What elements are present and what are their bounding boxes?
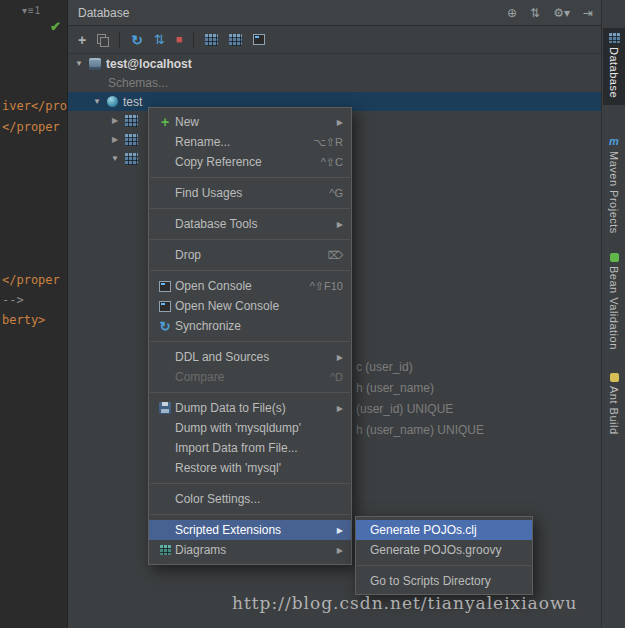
menu-item-label: DDL and Sources: [175, 350, 327, 364]
tree-node-datasource[interactable]: ▼ test@localhost: [68, 54, 601, 73]
menu-item-label: Rename...: [175, 135, 299, 149]
menu-item-label: Synchronize: [175, 319, 343, 333]
menu-item-scripted-extensions[interactable]: Scripted Extensions ▶: [149, 520, 351, 540]
menu-item-drop[interactable]: Drop ⌦: [149, 245, 351, 265]
menu-item-shortcut: ⌦: [327, 249, 343, 262]
gear-menu-icon[interactable]: ⚙▾: [553, 6, 570, 20]
schema-icon: [107, 96, 118, 107]
menu-item-label: Open New Console: [175, 299, 343, 313]
menu-item-shortcut: ^⇧C: [321, 156, 343, 169]
submenu-arrow-icon: ▶: [333, 353, 343, 362]
menu-item-shortcut: ⌥⇧R: [313, 136, 343, 149]
toolbar-separator: [193, 32, 194, 48]
collapse-arrow-icon[interactable]: ▶: [110, 116, 120, 125]
console-icon: [159, 301, 171, 312]
code-line: </proper: [2, 120, 60, 134]
scripted-extensions-submenu: Generate POJOs.clj Generate POJOs.groovy…: [355, 516, 533, 595]
menu-item-import-data-from-file[interactable]: Import Data from File...: [149, 438, 351, 458]
console-icon: [159, 281, 171, 292]
table-icon: [125, 153, 138, 165]
expand-arrow-icon[interactable]: ▼: [92, 97, 102, 106]
expand-arrow-icon[interactable]: ▼: [74, 59, 84, 68]
menu-item-label: Copy Reference: [175, 155, 307, 169]
hide-panel-icon[interactable]: ⇥: [583, 6, 593, 20]
menu-item-label: Dump Data to File(s): [175, 401, 327, 415]
menu-item-restore-with-mysql[interactable]: Restore with 'mysql': [149, 458, 351, 478]
tool-window-bar: Database m Maven Projects Bean Validatio…: [601, 0, 625, 628]
menu-item-shortcut: ^G: [329, 187, 343, 199]
menu-item-label: Restore with 'mysql': [175, 461, 343, 475]
editor-fold-controls[interactable]: ▾≡1: [22, 5, 41, 16]
submenu-item-generate-pojos-clj[interactable]: Generate POJOs.clj: [356, 520, 532, 540]
menu-item-label: Import Data from File...: [175, 441, 343, 455]
menu-separator: [150, 239, 350, 240]
tree-node-label: test: [123, 95, 142, 109]
tree-node-index-fragment[interactable]: h (user_name): [356, 381, 434, 395]
tab-label: Database: [608, 47, 620, 98]
ant-build-icon: [610, 373, 619, 382]
tab-database[interactable]: Database: [603, 28, 625, 105]
menu-item-open-console[interactable]: Open Console ^⇧F10: [149, 276, 351, 296]
menu-item-database-tools[interactable]: Database Tools ▶: [149, 214, 351, 234]
panel-title: Database: [78, 6, 507, 20]
database-tab-icon: [609, 33, 620, 43]
tab-bean-validation[interactable]: Bean Validation: [603, 248, 625, 357]
table-view-icon[interactable]: [205, 34, 218, 46]
tree-node-index-fragment[interactable]: c (user_id): [356, 360, 413, 374]
table-icon: [125, 134, 138, 146]
menu-item-dump-data-to-files[interactable]: Dump Data to File(s) ▶: [149, 398, 351, 418]
expand-arrow-icon[interactable]: ▼: [110, 154, 120, 163]
menu-item-color-settings[interactable]: Color Settings...: [149, 489, 351, 509]
menu-item-label: Database Tools: [175, 217, 327, 231]
synchronize-icon[interactable]: ↻: [131, 33, 143, 47]
submit-changes-icon[interactable]: ⇅: [154, 33, 165, 46]
menu-item-open-new-console[interactable]: Open New Console: [149, 296, 351, 316]
menu-separator: [150, 270, 350, 271]
code-line: berty>: [2, 313, 45, 327]
scroll-from-source-icon[interactable]: ⇅: [530, 6, 540, 20]
menu-item-label: Drop: [175, 248, 313, 262]
menu-separator: [150, 483, 350, 484]
tab-ant-build[interactable]: Ant Build: [603, 368, 625, 442]
menu-item-ddl-and-sources[interactable]: DDL and Sources ▶: [149, 347, 351, 367]
menu-item-label: New: [175, 115, 327, 129]
submenu-arrow-icon: ▶: [333, 118, 343, 127]
stop-icon[interactable]: ■: [176, 34, 183, 45]
tab-maven-projects[interactable]: m Maven Projects: [603, 130, 625, 241]
diagram-icon: [160, 545, 171, 555]
tree-node-index-fragment[interactable]: h (user_name) UNIQUE: [356, 423, 484, 437]
tree-node-schemas[interactable]: Schemas...: [68, 73, 601, 92]
menu-item-copy-reference[interactable]: Copy Reference ^⇧C: [149, 152, 351, 172]
add-data-source-icon[interactable]: +: [78, 33, 86, 47]
menu-separator: [357, 565, 531, 566]
submenu-item-generate-pojos-groovy[interactable]: Generate POJOs.groovy: [356, 540, 532, 560]
menu-item-new[interactable]: + New ▶: [149, 112, 351, 132]
tree-node-label: test@localhost: [106, 57, 192, 71]
collapse-arrow-icon[interactable]: ▶: [110, 135, 120, 144]
menu-item-compare: Compare ^D: [149, 367, 351, 387]
maven-icon: m: [609, 135, 619, 147]
menu-separator: [150, 341, 350, 342]
toolbar-separator: [119, 32, 120, 48]
menu-item-rename[interactable]: Rename... ⌥⇧R: [149, 132, 351, 152]
submenu-item-go-to-scripts-directory[interactable]: Go to Scripts Directory: [356, 571, 532, 591]
menu-item-find-usages[interactable]: Find Usages ^G: [149, 183, 351, 203]
copy-data-source-icon[interactable]: [97, 34, 108, 46]
menu-separator: [150, 177, 350, 178]
settings-circle-icon[interactable]: ⊕: [507, 6, 517, 20]
menu-separator: [150, 514, 350, 515]
edit-data-icon[interactable]: [229, 34, 242, 46]
tree-node-index-fragment[interactable]: (user_id) UNIQUE: [356, 402, 453, 416]
menu-item-dump-with-mysqldump[interactable]: Dump with 'mysqldump': [149, 418, 351, 438]
menu-item-diagrams[interactable]: Diagrams ▶: [149, 540, 351, 560]
menu-item-shortcut: ^D: [330, 371, 343, 383]
inspection-status-check-icon[interactable]: ✔: [50, 19, 61, 34]
ide-window: ▾≡1 ✔ iver</pro </proper </proper --> be…: [0, 0, 625, 628]
menu-item-synchronize[interactable]: ↻ Synchronize: [149, 316, 351, 336]
menu-item-label: Scripted Extensions: [175, 523, 327, 537]
panel-header: Database ⊕ ⇅ ⚙▾ ⇥: [68, 0, 601, 26]
tree-node-label: Schemas...: [108, 76, 168, 90]
tab-label: Maven Projects: [608, 151, 620, 234]
submenu-arrow-icon: ▶: [333, 526, 343, 535]
open-console-icon[interactable]: [253, 34, 265, 45]
